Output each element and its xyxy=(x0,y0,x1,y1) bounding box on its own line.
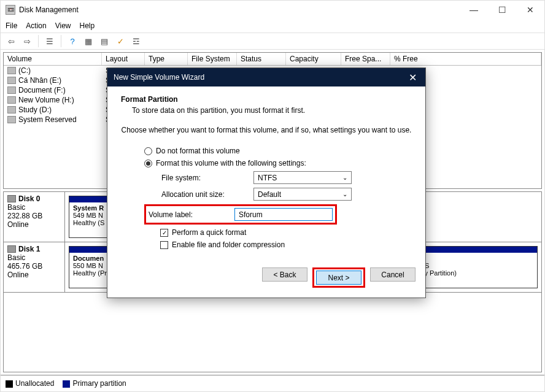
chevron-down-icon: ⌄ xyxy=(342,174,347,181)
toolbar: ⇦ ⇨ ☰ ? ▦ ▤ ✓ ☲ xyxy=(1,33,544,50)
menu-help[interactable]: Help xyxy=(80,21,95,30)
drive-icon xyxy=(7,86,16,94)
disk-icon xyxy=(7,195,16,202)
file-system-label: File system: xyxy=(161,174,253,182)
table-view-icon[interactable]: ☰ xyxy=(43,34,56,48)
col-capacity[interactable]: Capacity xyxy=(286,53,341,65)
drive-icon xyxy=(7,96,16,104)
minimize-button[interactable]: — xyxy=(460,1,488,19)
chevron-down-icon: ⌄ xyxy=(342,191,347,198)
menu-view[interactable]: View xyxy=(55,21,71,30)
col-layout[interactable]: Layout xyxy=(102,53,145,65)
drive-icon xyxy=(7,116,16,123)
col-status[interactable]: Status xyxy=(237,53,286,65)
menubar: File Action View Help xyxy=(1,19,544,33)
help-icon[interactable]: ? xyxy=(66,34,79,48)
quick-format-label: Perform a quick format xyxy=(172,228,246,237)
partition[interactable]: System R549 MB NHealthy (S xyxy=(69,196,112,238)
allocation-size-select[interactable]: Default⌄ xyxy=(253,188,352,201)
properties-icon[interactable]: ▦ xyxy=(82,34,95,48)
dialog-instruction: Choose whether you want to format this v… xyxy=(121,126,412,134)
radio-no-format-label: Do not format this volume xyxy=(156,147,240,155)
quick-format-checkbox[interactable]: ✓ xyxy=(160,229,168,237)
back-button[interactable]: < Back xyxy=(262,267,307,282)
partition[interactable]: Documen550 MB NHealthy (Pr xyxy=(69,246,112,288)
disk-info: Disk 0 Basic 232.88 GB Online xyxy=(4,192,65,242)
disk-info: Disk 1 Basic 465.76 GB Online xyxy=(4,242,65,292)
col-volume[interactable]: Volume xyxy=(4,53,102,65)
list-icon[interactable]: ☲ xyxy=(129,34,143,48)
next-button[interactable]: Next > xyxy=(316,271,361,285)
dialog-subheading: To store data on this partition, you mus… xyxy=(132,106,412,115)
radio-format[interactable] xyxy=(144,159,152,167)
legend: Unallocated Primary partition xyxy=(1,375,544,391)
window-title: Disk Management xyxy=(19,6,79,14)
radio-format-label: Format this volume with the following se… xyxy=(156,159,306,167)
close-button[interactable]: ✕ xyxy=(516,1,544,19)
refresh-icon[interactable]: ▤ xyxy=(98,34,111,48)
file-system-select[interactable]: NTFS⌄ xyxy=(253,171,352,184)
menu-file[interactable]: File xyxy=(6,21,17,30)
dialog-titlebar: New Simple Volume Wizard ✕ xyxy=(107,68,425,86)
radio-no-format[interactable] xyxy=(144,147,152,155)
main-titlebar: 📼 Disk Management — ☐ ✕ xyxy=(1,1,544,19)
dialog-title: New Simple Volume Wizard xyxy=(114,73,204,82)
check-icon[interactable]: ✓ xyxy=(114,34,127,48)
col-type[interactable]: Type xyxy=(145,53,188,65)
compression-checkbox[interactable] xyxy=(160,241,168,249)
col-fs[interactable]: File System xyxy=(188,53,237,65)
drive-icon xyxy=(7,106,16,113)
allocation-size-label: Allocation unit size: xyxy=(161,190,253,199)
menu-action[interactable]: Action xyxy=(26,21,46,30)
drive-icon xyxy=(7,67,16,74)
drive-icon xyxy=(7,77,16,84)
disk-icon xyxy=(7,245,16,253)
volume-label-input[interactable]: Sforum xyxy=(234,208,333,221)
volume-label-label: Volume label: xyxy=(149,210,234,219)
forward-icon[interactable]: ⇨ xyxy=(20,34,34,48)
col-pctfree[interactable]: % Free xyxy=(390,53,541,65)
cancel-button[interactable]: Cancel xyxy=(370,267,416,282)
maximize-button[interactable]: ☐ xyxy=(488,1,516,19)
dialog-heading: Format Partition xyxy=(121,95,412,104)
app-icon: 📼 xyxy=(6,5,15,15)
dialog-close-button[interactable]: ✕ xyxy=(400,68,425,86)
compression-label: Enable file and folder compression xyxy=(172,240,285,249)
col-free[interactable]: Free Spa... xyxy=(341,53,390,65)
back-icon[interactable]: ⇦ xyxy=(4,34,18,48)
new-simple-volume-wizard-dialog: New Simple Volume Wizard ✕ Format Partit… xyxy=(107,67,426,298)
